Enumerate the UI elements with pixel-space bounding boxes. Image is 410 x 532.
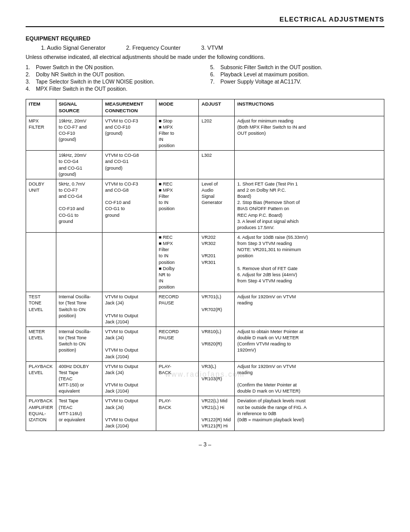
cell-instructions: Adjust for 1920mV on VTVMreading: [235, 292, 384, 327]
cell-instructions: 4. Adjust for 10dB raise (55.33mV)from S…: [235, 233, 384, 292]
condition-2: 2. Dolby NR Switch in the OUT position.: [26, 71, 200, 77]
cond-text-7: Power Supply Voltage at AC117V.: [220, 78, 301, 85]
cell-adjust: L302: [199, 151, 235, 179]
cell-measure: VTVM to OutputJack (J4)VTVM to OutputJac…: [102, 292, 156, 327]
cond-num-2: 2.: [26, 71, 34, 77]
condition-1: 1. Power Switch in the ON position.: [26, 64, 200, 70]
condition-3: 3. Tape Selector Switch in the LOW NOISE…: [26, 78, 200, 85]
cell-mode: [156, 151, 199, 179]
page-header: ELECTRICAL ADJUSTMENTS: [26, 15, 384, 27]
cond-num-6: 6.: [210, 71, 218, 77]
cell-signal: [56, 233, 102, 292]
cell-item: [26, 151, 56, 179]
cell-instructions: Adjust to obtain Meter Pointer atdouble …: [235, 326, 384, 361]
cell-adjust: Level ofAudioSignalGenerator: [199, 179, 235, 232]
th-signal: SIGNALSOURCE: [56, 99, 102, 116]
conditions-intro: Unless otherwise indicated, all electric…: [26, 54, 384, 60]
cond-text-2: Dolby NR Switch in the OUT position.: [36, 71, 125, 77]
table-row: PLAYBACKLEVEL400Hz DOLBYTest Tape(TEACMT…: [26, 361, 384, 396]
cond-text-5: Subsonic Filter Switch in the OUT positi…: [220, 64, 322, 70]
table-row: 19kHz, 20mVto CO-G4and CO-G1(ground)VTVM…: [26, 151, 384, 179]
cell-signal: 19kHz, 20mVto CO-F7 andCO-F10(ground): [56, 116, 102, 151]
cell-adjust: L202: [199, 116, 235, 151]
condition-5: 5. Subsonic Filter Switch in the OUT pos…: [210, 64, 384, 70]
table-row: MPXFILTER19kHz, 20mVto CO-F7 andCO-F10(g…: [26, 116, 384, 151]
cond-text-6: Playback Level at maximum position.: [220, 71, 309, 77]
page-title: ELECTRICAL ADJUSTMENTS: [279, 15, 384, 23]
cell-item: TESTTONELEVEL: [26, 292, 56, 327]
th-instructions: INSTRUCTIONS: [235, 99, 384, 116]
cell-item: PLAYBACKAMPLIFIEREQUAL-IZATION: [26, 396, 56, 431]
cell-mode: PLAY-BACK: [156, 361, 199, 396]
cell-mode: ■ REC■ MPXFilterto INposition■ DolbyNR t…: [156, 233, 199, 292]
cell-signal: Test Tape(TEACMTT-116U)or equivalent: [56, 396, 102, 431]
cell-instructions: Adjust for 1920mV on VTVMreading(Confirm…: [235, 361, 384, 396]
cell-signal: 19kHz, 20mVto CO-G4and CO-G1(ground): [56, 151, 102, 179]
cell-measure: VTVM to OutputJack (J4)VTVM to OutputJac…: [102, 396, 156, 431]
cell-mode: ■ REC■ MPXFilterto INposition: [156, 179, 199, 232]
equipment-item-2: 2. Frequency Counter: [126, 45, 180, 51]
equipment-item-1: 1. Audio Signal Generator: [41, 45, 106, 51]
cell-adjust: VR810(L)VR820(R): [199, 326, 235, 361]
cond-text-4: MPX Filter Switch in the OUT position.: [36, 86, 127, 92]
cell-measure: VTVM to CO-F3and CO-F10(ground): [102, 116, 156, 151]
condition-7: 7. Power Supply Voltage at AC117V.: [210, 78, 384, 85]
cond-num-5: 5.: [210, 64, 218, 70]
th-adjust: ADJUST: [199, 99, 235, 116]
cell-instructions: [235, 151, 384, 179]
cell-measure: VTVM to OutputJack (J4)VTVM to OutputJac…: [102, 361, 156, 396]
th-item: ITEM: [26, 99, 56, 116]
cell-signal: 400Hz DOLBYTest Tape(TEACMTT-150) orequi…: [56, 361, 102, 396]
cell-instructions: Deviation of playback levels mustnot be …: [235, 396, 384, 431]
cell-mode: ■ Stop■ MPXFilter toINposition: [156, 116, 199, 151]
adjustments-table: ITEM SIGNALSOURCE MEASUREMENTCONNECTION …: [26, 99, 384, 431]
cell-adjust: VR202VR302VR201VR301: [199, 233, 235, 292]
cell-item: MPXFILTER: [26, 116, 56, 151]
table-row: TESTTONELEVELInternal Oscilla-tor (Test …: [26, 292, 384, 327]
cond-num-1: 1.: [26, 64, 34, 70]
cell-mode: RECORDPAUSE: [156, 292, 199, 327]
cond-text-1: Power Switch in the ON position.: [36, 64, 114, 70]
cell-signal: 5kHz, 0.7mVto CO-F7and CO-G4CO-F10 andCO…: [56, 179, 102, 232]
cell-signal: Internal Oscilla-tor (Test ToneSwitch to…: [56, 326, 102, 361]
cond-num-7: 7.: [210, 78, 218, 85]
cell-adjust: VR701(L)VR702(R): [199, 292, 235, 327]
cell-instructions: Adjust for minimum reading(Both MPX Filt…: [235, 116, 384, 151]
cell-signal: Internal Oscilla-tor (Test ToneSwitch to…: [56, 292, 102, 327]
cell-adjust: VR22(L) MidVR21(L) HiVR122(R) MidVR121(R…: [199, 396, 235, 431]
equipment-row: 1. Audio Signal Generator 2. Frequency C…: [41, 45, 384, 51]
cell-instructions: 1. Short FET Gate (Test Pin 1and 2 on Do…: [235, 179, 384, 232]
condition-6: 6. Playback Level at maximum position.: [210, 71, 384, 77]
table-row: ■ REC■ MPXFilterto INposition■ DolbyNR t…: [26, 233, 384, 292]
cell-measure: VTVM to CO-F3and CO-G8CO-F10 andCO-G1 to…: [102, 179, 156, 232]
cond-num-3: 3.: [26, 78, 34, 85]
cell-measure: VTVM to CO-G8and CO-G1(ground): [102, 151, 156, 179]
table-row: DOLBYUNIT5kHz, 0.7mVto CO-F7and CO-G4CO-…: [26, 179, 384, 232]
equipment-section-title: EQUIPMENT REQUIRED: [26, 35, 384, 42]
th-mode: MODE: [156, 99, 199, 116]
cell-adjust: VR3(L)VR103(R): [199, 361, 235, 396]
table-row: PLAYBACKAMPLIFIEREQUAL-IZATIONTest Tape(…: [26, 396, 384, 431]
conditions-grid: 1. Power Switch in the ON position. 5. S…: [26, 64, 384, 92]
equipment-item-3: 3. VTVM: [201, 45, 223, 51]
th-measure: MEASUREMENTCONNECTION: [102, 99, 156, 116]
cell-measure: [102, 233, 156, 292]
page: ELECTRICAL ADJUSTMENTS EQUIPMENT REQUIRE…: [0, 0, 410, 532]
cell-measure: VTVM to OutputJack (J4)VTVM to OutputJac…: [102, 326, 156, 361]
cell-item: METERLEVEL: [26, 326, 56, 361]
cell-item: DOLBYUNIT: [26, 179, 56, 232]
condition-4: 4. MPX Filter Switch in the OUT position…: [26, 86, 200, 92]
cond-text-3: Tape Selector Switch in the LOW NOISE po…: [36, 78, 154, 85]
cell-item: [26, 233, 56, 292]
cell-item: PLAYBACKLEVEL: [26, 361, 56, 396]
cond-num-4: 4.: [26, 86, 34, 92]
cell-mode: PLAY-BACK: [156, 396, 199, 431]
table-row: METERLEVELInternal Oscilla-tor (Test Ton…: [26, 326, 384, 361]
cell-mode: RECORDPAUSE: [156, 326, 199, 361]
equipment-list: 1. Audio Signal Generator 2. Frequency C…: [26, 45, 384, 51]
page-number: – 3 –: [26, 441, 384, 447]
